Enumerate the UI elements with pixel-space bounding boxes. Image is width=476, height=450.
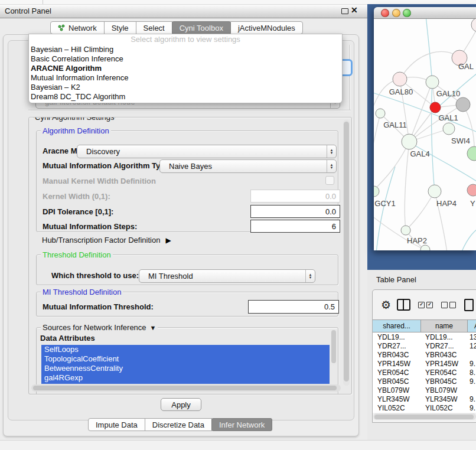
combo-stepper-icon: ▲▼ <box>305 270 315 282</box>
table-row[interactable]: YBR045CYBR045C9. <box>373 377 476 386</box>
dpi-tolerance-field[interactable]: 0.0 <box>250 205 340 218</box>
group-title: MI Threshold Definition <box>41 288 123 296</box>
table-row[interactable]: YER054CYER054C8. <box>373 368 476 377</box>
column-header-shared-[interactable]: shared... <box>372 319 421 332</box>
table-row[interactable]: YBR043CYBR043C <box>373 350 476 359</box>
aracne-mode-value: Discovery <box>77 147 327 156</box>
hub-definition-label: Hub/Transcription Factor Definition <box>42 236 160 244</box>
control-panel-titlebar: Control Panel ✕ <box>0 5 367 18</box>
sources-expander[interactable]: Sources for Network Inference▼ <box>41 323 158 332</box>
node-label-gcy1: GCY1 <box>374 199 395 208</box>
column-header-a[interactable]: A <box>467 319 476 332</box>
hub-definition-expander[interactable]: Hub/Transcription Factor Definition▶ <box>42 236 171 244</box>
deselect-all-icon[interactable] <box>441 302 458 308</box>
graph-node-hap4[interactable] <box>428 185 441 198</box>
manual-kernel-checkbox[interactable] <box>325 176 334 185</box>
tab-impute-data[interactable]: Impute Data <box>88 418 145 431</box>
page-icon[interactable] <box>464 299 474 311</box>
graph-node[interactable] <box>471 19 476 32</box>
mi-threshold-field[interactable]: 0.5 <box>248 300 339 314</box>
algorithm-option-bayesian-hill-climbing[interactable]: Bayesian – Hill Climbing <box>29 45 342 54</box>
expander-arrow-icon: ▶ <box>165 236 171 244</box>
table-row[interactable]: YPR145WYPR145W9. <box>373 359 476 368</box>
mi-steps-field[interactable]: 6 <box>250 220 340 233</box>
table-row[interactable]: YLR345WYLR345W9. <box>373 394 476 403</box>
table-row[interactable]: YDR27...YDR27...12 <box>373 341 476 350</box>
attribute-item-selfloops[interactable]: SelfLoops <box>41 345 330 354</box>
table-cell: YBR045C <box>420 377 467 386</box>
network-window-titlebar[interactable] <box>374 7 476 19</box>
attribute-item-betweennesscentrality[interactable]: BetweennessCentrality <box>41 364 330 373</box>
tab-style[interactable]: Style <box>104 21 136 34</box>
scrollbar-thumb[interactable] <box>344 122 349 381</box>
algorithm-option-aracne-algorithm[interactable]: ARACNE Algorithm <box>29 64 342 73</box>
tab-discretize-data[interactable]: Discretize Data <box>145 418 212 431</box>
which-threshold-combo[interactable]: MI Threshold ▲▼ <box>139 269 315 283</box>
table-horizontal-scrollbar[interactable] <box>373 413 476 420</box>
table-row[interactable]: YIL052CYIL052C9. <box>373 403 476 412</box>
gear-icon[interactable]: ⚙ <box>381 298 391 312</box>
graph-node-gal80[interactable] <box>393 72 407 86</box>
tab-label: jActiveMNodules <box>238 22 295 34</box>
group-title: Cyni Algorithm Settings <box>33 117 116 122</box>
apply-button[interactable]: Apply <box>161 398 201 411</box>
node-label-swi4: SWI4 <box>451 136 470 145</box>
attribute-item-topologicalcoefficient[interactable]: TopologicalCoefficient <box>41 354 330 364</box>
table-cell: YLR345W <box>373 395 420 403</box>
columns-icon[interactable] <box>397 299 410 311</box>
graph-node-y[interactable] <box>467 184 476 196</box>
column-header-name[interactable]: name <box>420 319 468 332</box>
table-rows: YDL19...YDL19...13YDR27...YDR27...12YBR0… <box>373 332 476 413</box>
divider <box>43 0 43 4</box>
algorithm-option-dream8-dc-tdc-algorithm[interactable]: Dream8 DC_TDC Algorithm <box>29 92 342 102</box>
table-cell: YDR27... <box>420 342 467 350</box>
graph-node-gal1[interactable] <box>430 102 441 113</box>
graph-node-gal10[interactable] <box>426 76 439 89</box>
graph-node[interactable] <box>456 97 470 112</box>
graph-node-hap2[interactable] <box>401 226 410 235</box>
table-cell: YDR27... <box>373 342 420 350</box>
close-light-icon[interactable] <box>381 9 389 17</box>
tab-select[interactable]: Select <box>136 21 172 34</box>
algorithm-option-mutual-information-inference[interactable]: Mutual Information Inference <box>29 73 342 83</box>
close-icon[interactable]: ✕ <box>351 5 358 15</box>
table-row[interactable]: YDL19...YDL19...13 <box>373 332 476 341</box>
network-canvas[interactable]: GALGAL80GAL10GAL1GAL11SWI4GAL4GCY1HAP4YH… <box>374 19 476 250</box>
table-cell: YDL19... <box>420 333 467 341</box>
scrollbar-thumb[interactable] <box>374 415 474 419</box>
tab-infer-network[interactable]: Infer Network <box>211 418 272 431</box>
tab-network[interactable]: Network <box>50 21 105 34</box>
tab-jactivemnodules[interactable]: jActiveMNodules <box>230 21 303 34</box>
algorithm-definition-group: Algorithm Definition Aracne Mode: Discov… <box>36 131 338 232</box>
zoom-light-icon[interactable] <box>403 9 411 17</box>
algorithm-option-bayesian-k2[interactable]: Bayesian – K2 <box>29 83 342 92</box>
hidden-group-edge <box>350 45 350 110</box>
settings-horizontal-scrollbar[interactable] <box>31 384 341 392</box>
algorithm-option-basic-correlation-inference[interactable]: Basic Correlation Inference <box>29 54 342 64</box>
settings-vertical-scrollbar[interactable] <box>343 120 350 386</box>
table-row[interactable]: YBL079WYBL079W <box>373 386 476 394</box>
attribute-item-gal4rgexp[interactable]: gal4RGexp <box>41 373 330 383</box>
minimize-light-icon[interactable] <box>392 9 400 17</box>
mi-type-combo[interactable]: Naive Bayes ▲▼ <box>159 159 337 173</box>
graph-node-gal4[interactable] <box>402 134 417 149</box>
table-cell: YDL19... <box>373 333 420 341</box>
graph-node[interactable] <box>467 146 476 161</box>
threshold-definition-group: Threshold Definition Which threshold to … <box>36 255 338 285</box>
table-toolbar: ⚙ ✓✓ <box>373 290 476 319</box>
table-cell: 9. <box>467 395 476 403</box>
graph-node-gcy1[interactable] <box>374 186 379 197</box>
graph-node-swi4[interactable] <box>443 123 455 135</box>
aracne-mode-combo[interactable]: Discovery ▲▼ <box>77 145 337 158</box>
select-all-icon[interactable]: ✓✓ <box>418 302 435 308</box>
list-scrollbar[interactable] <box>331 329 337 366</box>
scrollbar-thumb[interactable] <box>33 386 337 390</box>
scrollbar-thumb[interactable] <box>331 330 336 363</box>
labels-layer: GALGAL80GAL10GAL1GAL11SWI4GAL4GCY1HAP4YH… <box>374 62 475 245</box>
tab-cyni-toolbox[interactable]: Cyni Toolbox <box>172 21 231 34</box>
graph-node[interactable] <box>420 245 430 250</box>
float-window-icon[interactable] <box>341 8 348 14</box>
graph-node-gal11[interactable] <box>376 109 385 118</box>
kernel-width-field[interactable]: 0.0 <box>250 190 340 203</box>
nodes-layer <box>374 19 476 250</box>
